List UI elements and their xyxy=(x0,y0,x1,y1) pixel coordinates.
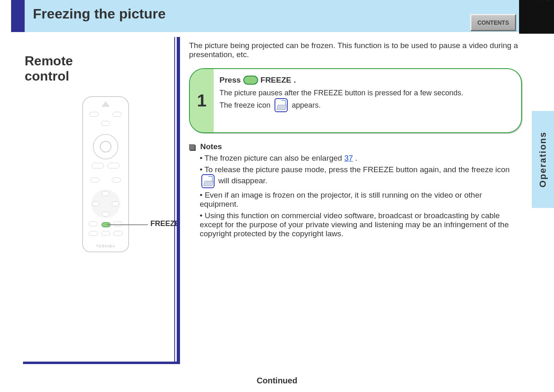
remote-stick xyxy=(100,141,111,152)
step-period: . xyxy=(294,76,296,85)
step-instruction: Press FREEZE. xyxy=(219,76,513,85)
remote-dpad xyxy=(91,189,120,218)
remote-btn xyxy=(113,112,122,117)
remote-body: TOSHIBA xyxy=(82,96,129,252)
page-number: 40 xyxy=(537,0,552,3)
freeze-icon xyxy=(201,174,215,188)
page-link-37[interactable]: 37 xyxy=(344,154,353,162)
arrow-right-icon xyxy=(112,201,119,206)
note-2: • To release the picture pause mode, pre… xyxy=(189,165,522,188)
left-column: Remote control xyxy=(25,37,177,366)
note-1-text: The frozen picture can also be enlarged xyxy=(205,154,342,162)
note-4-text: Using this function on commercial video … xyxy=(200,211,509,238)
left-heading-line1: Remote xyxy=(25,53,177,69)
step-press-word: Press xyxy=(219,76,241,85)
step-number: 1 xyxy=(190,69,214,132)
remote-btn xyxy=(89,221,98,226)
content-column: The picture being projected can be froze… xyxy=(189,41,522,238)
step-sub-line2a: The freeze icon xyxy=(219,101,270,110)
note-1: • The frozen picture can also be enlarge… xyxy=(189,154,522,163)
header: Freezing the picture CONTENTS 40 xyxy=(0,0,554,35)
remote-btn xyxy=(90,178,99,182)
remote-btn xyxy=(89,231,98,236)
note-3: • Even if an image is frozen on the proj… xyxy=(189,191,522,209)
freeze-icon xyxy=(275,98,288,112)
notes-heading-row: Notes xyxy=(189,142,522,151)
contents-button[interactable]: CONTENTS xyxy=(470,14,516,31)
remote-emitter-icon xyxy=(102,101,110,107)
remote-btn xyxy=(101,121,110,126)
note-4: • Using this function on commercial vide… xyxy=(189,211,522,238)
arrow-up-icon xyxy=(102,191,109,196)
section-tab: Operations xyxy=(532,111,554,208)
left-heading: Remote control xyxy=(25,37,177,84)
notes-bullet-icon xyxy=(189,144,195,150)
remote-btn xyxy=(113,231,122,236)
remote-btn xyxy=(92,163,104,168)
step-body: Press FREEZE. The picture pauses after t… xyxy=(214,69,521,132)
remote-btn xyxy=(112,178,121,182)
step-sub-line2b: appears. xyxy=(292,101,321,110)
remote-logo: TOSHIBA xyxy=(83,244,128,248)
page-title: Freezing the picture xyxy=(33,6,166,22)
note-3-text: Even if an image is frozen on the projec… xyxy=(200,191,482,208)
step-sub-line2: The freeze icon appears. xyxy=(219,98,513,112)
continued-label: Continued xyxy=(257,376,298,385)
step-1: 1 Press FREEZE. The picture pauses after… xyxy=(189,68,522,133)
arrow-left-icon xyxy=(92,201,99,206)
remote-pad xyxy=(93,134,118,159)
remote-illustration: TOSHIBA FREEZE xyxy=(25,96,173,318)
notes-section: Notes • The frozen picture can also be e… xyxy=(189,142,522,238)
column-divider-inner xyxy=(174,37,175,364)
note-2-text-b: will disappear. xyxy=(218,176,267,185)
remote-btn xyxy=(101,231,110,236)
step-sub: The picture pauses after the FREEZE butt… xyxy=(219,89,513,112)
intro-text: The picture being projected can be froze… xyxy=(189,41,522,59)
header-accent xyxy=(11,0,25,32)
step-sub-line1: The picture pauses after the FREEZE butt… xyxy=(219,89,513,97)
page-corner: 40 xyxy=(519,0,554,34)
section-tab-label: Operations xyxy=(538,131,548,187)
step-freeze-word: FREEZE xyxy=(261,76,291,85)
arrow-down-icon xyxy=(102,212,109,217)
remote-btn xyxy=(90,112,99,117)
freeze-button-icon xyxy=(243,76,258,85)
remote-btn xyxy=(107,163,120,168)
remote-btn xyxy=(113,221,122,226)
left-heading-line2: control xyxy=(25,69,177,84)
notes-heading: Notes xyxy=(200,142,222,151)
freeze-callout-label: FREEZE xyxy=(150,219,180,228)
column-divider xyxy=(177,37,180,364)
callout-leader xyxy=(107,224,148,225)
note-2-text-a: To release the picture pause mode, press… xyxy=(205,165,510,174)
